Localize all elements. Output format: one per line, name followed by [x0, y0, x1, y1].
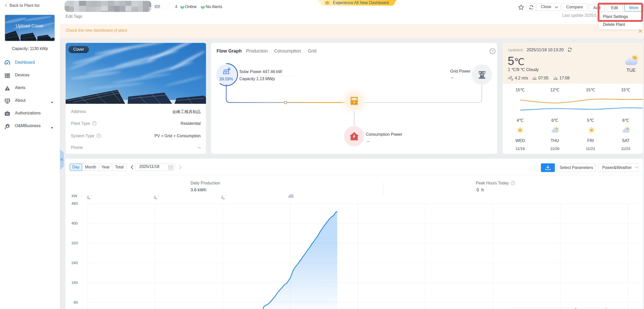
- svg-text:39.59%: 39.59%: [219, 77, 233, 81]
- svg-text:Upload Cover: Upload Cover: [16, 23, 44, 28]
- svg-text:?: ?: [93, 122, 95, 125]
- svg-text:DC / AC: DC / AC: [351, 98, 357, 100]
- svg-text:?: ?: [98, 134, 99, 137]
- svg-text:K: K: [61, 157, 63, 162]
